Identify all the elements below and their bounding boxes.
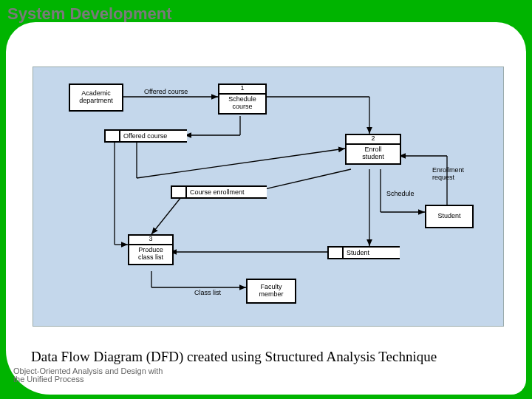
- process-number-2: 2: [347, 135, 400, 145]
- process-number-3: 3: [129, 236, 172, 245]
- svg-line-11: [255, 169, 351, 191]
- store-offered-course-label: Offered course: [120, 131, 187, 141]
- svg-line-10: [137, 149, 345, 178]
- process-schedule-course: 1 Schedulecourse: [218, 83, 267, 115]
- svg-line-14: [151, 197, 181, 234]
- slide-frame: System Development: [0, 0, 532, 399]
- page-title: System Development: [7, 4, 172, 24]
- store-bar: [106, 131, 120, 141]
- store-offered-course: Offered course: [104, 129, 187, 143]
- process-1-label: Schedulecourse: [219, 95, 265, 113]
- flow-schedule: Schedule: [386, 190, 415, 197]
- flow-offered-course: Offered course: [144, 88, 188, 95]
- flow-enrollment-request: Enrollmentrequest: [432, 166, 464, 181]
- process-produce-class-list: 3 Produceclass list: [128, 234, 174, 265]
- footer-line2: the Unified Process: [13, 375, 163, 384]
- dfd-container: Academicdepartment Student Facultymember…: [33, 66, 504, 327]
- flow-class-list: Class list: [194, 289, 221, 296]
- process-enroll-student: 2 Enrollstudent: [345, 134, 401, 165]
- store-bar: [172, 187, 187, 197]
- store-course-enrollment: Course enrollment: [171, 185, 267, 199]
- store-student: Student: [327, 246, 400, 259]
- process-3-label: Produceclass list: [129, 245, 172, 264]
- external-student: Student: [425, 205, 474, 228]
- process-number-1: 1: [219, 85, 265, 95]
- slide-card: Academicdepartment Student Facultymember…: [6, 22, 526, 395]
- process-2-label: Enrollstudent: [347, 145, 400, 163]
- external-faculty-member: Facultymember: [246, 279, 296, 304]
- store-course-enrollment-label: Course enrollment: [187, 187, 267, 197]
- store-bar: [329, 248, 344, 258]
- footer-truncated: Object-Oriented Analysis and Design with…: [13, 367, 163, 384]
- external-academic-department: Academicdepartment: [69, 83, 123, 112]
- store-student-label: Student: [344, 248, 400, 258]
- dfd-caption: Data Flow Diagram (DFD) created using St…: [31, 349, 437, 365]
